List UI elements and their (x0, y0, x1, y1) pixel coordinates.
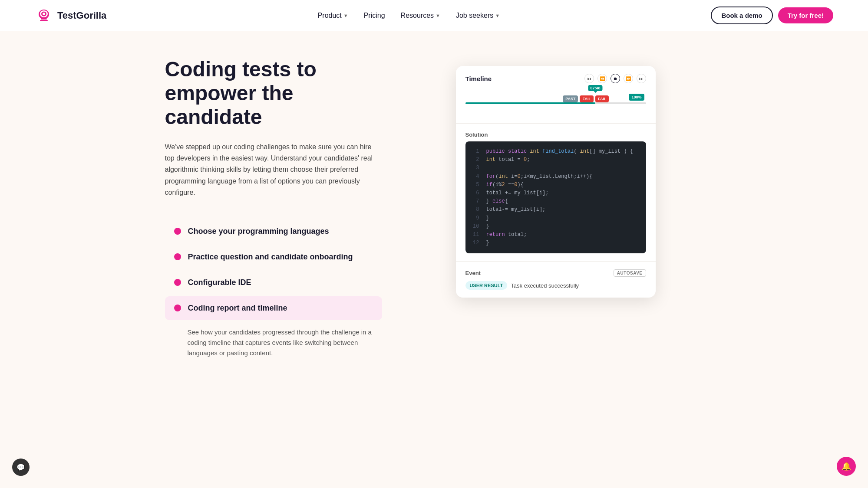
timeline-skip-end-button[interactable]: ⏭ (637, 74, 646, 83)
svg-rect-5 (41, 18, 47, 20)
event-row: Event AUTOSAVE (465, 269, 646, 277)
code-line-11: 11 return total; (472, 231, 639, 239)
hero-description: We've stepped up our coding challenges t… (165, 141, 382, 199)
hero-section: Coding tests to empower the candidate We… (130, 31, 738, 384)
feature-report[interactable]: Coding report and timeline (165, 296, 382, 320)
nav-actions: Book a demo Try for free! (711, 7, 833, 24)
svg-rect-6 (40, 20, 48, 21)
autosave-badge: AUTOSAVE (614, 269, 646, 277)
nav-pricing[interactable]: Pricing (358, 8, 391, 23)
svg-point-4 (43, 13, 45, 15)
book-demo-button[interactable]: Book a demo (711, 7, 772, 24)
feature-dot-practice (174, 253, 181, 260)
nav-product[interactable]: Product ▼ (312, 8, 354, 23)
code-line-12: 12 } (472, 239, 639, 247)
feature-dot-report (174, 305, 181, 311)
feature-ide[interactable]: Configurable IDE (165, 271, 382, 295)
try-free-button[interactable]: Try for free! (778, 7, 833, 23)
feature-detail-report: See how your candidates progressed throu… (165, 322, 382, 367)
event-section: Event AUTOSAVE USER RESULT Task executed… (456, 262, 656, 298)
bell-icon: 🔔 (842, 462, 851, 471)
timeline-controls: ⏮ ⏪ ⏺ ⏩ ⏭ (584, 74, 646, 83)
timeline-label: Timeline (465, 75, 492, 82)
hero-title: Coding tests to empower the candidate (165, 57, 382, 129)
nav-job-seekers[interactable]: Job seekers ▼ (450, 8, 506, 23)
feature-practice[interactable]: Practice question and candidate onboardi… (165, 245, 382, 269)
code-block: 1 public static int find_total( int[] my… (465, 141, 646, 253)
code-line-5: 5 if(i%2 ==0){ (472, 181, 639, 189)
event-success-text: Task executed successfully (511, 282, 579, 289)
code-line-9: 9 } (472, 214, 639, 223)
coding-card: Timeline ⏮ ⏪ ⏺ ⏩ ⏭ 07:48 PAST (456, 66, 656, 298)
features-list: Choose your programming languages Practi… (165, 219, 382, 367)
timeline-progress (465, 102, 596, 104)
timeline-play-button[interactable]: ⏺ (611, 74, 620, 83)
timeline-prev-button[interactable]: ⏪ (597, 74, 607, 83)
code-line-10: 10 } (472, 223, 639, 231)
feature-label-report: Coding report and timeline (188, 304, 287, 313)
feature-label-choose: Choose your programming languages (188, 227, 329, 236)
notification-widget[interactable]: 🔔 (837, 457, 856, 476)
timeline-next-button[interactable]: ⏩ (624, 74, 633, 83)
timeline-skip-start-button[interactable]: ⏮ (584, 74, 594, 83)
resources-chevron-icon: ▼ (436, 13, 440, 18)
feature-choose[interactable]: Choose your programming languages (165, 219, 382, 243)
code-line-8: 8 total-= my_list[i]; (472, 206, 639, 214)
feature-dot-ide (174, 279, 181, 286)
timeline-track[interactable]: 07:48 PAST FAIL FAIL 100% (465, 89, 646, 115)
feature-dot-choose (174, 228, 181, 235)
tag-fail1: FAIL (580, 95, 594, 102)
event-tags: USER RESULT Task executed successfully (465, 281, 646, 290)
logo[interactable]: TestGorilla (35, 7, 106, 25)
navbar: TestGorilla Product ▼ Pricing Resources … (0, 0, 868, 31)
solution-section: Solution 1 public static int find_total(… (456, 124, 656, 262)
timeline-header: Timeline ⏮ ⏪ ⏺ ⏩ ⏭ (465, 74, 646, 83)
nav-resources[interactable]: Resources ▼ (395, 8, 446, 23)
feature-label-ide: Configurable IDE (188, 278, 251, 287)
hero-left: Coding tests to empower the candidate We… (165, 57, 382, 367)
nav-links: Product ▼ Pricing Resources ▼ Job seeker… (312, 8, 506, 23)
tag-100: 100% (629, 94, 644, 101)
job-seekers-chevron-icon: ▼ (495, 13, 500, 18)
user-result-badge: USER RESULT (465, 281, 508, 290)
logo-text: TestGorilla (57, 10, 106, 21)
code-line-1: 1 public static int find_total( int[] my… (472, 147, 639, 156)
tag-fail2: FAIL (595, 95, 609, 102)
tag-past: PAST (563, 95, 578, 102)
hero-right: Timeline ⏮ ⏪ ⏺ ⏩ ⏭ 07:48 PAST (408, 57, 703, 367)
timeline-thumb: 07:48 (588, 85, 603, 91)
code-line-7: 7 } else{ (472, 197, 639, 206)
product-chevron-icon: ▼ (343, 13, 348, 18)
chat-widget[interactable]: 💬 (12, 459, 30, 476)
code-line-6: 6 total += my_list[i]; (472, 189, 639, 197)
solution-label: Solution (465, 131, 646, 138)
event-title: Event (465, 270, 481, 276)
timeline-bar (465, 102, 646, 104)
feature-label-practice: Practice question and candidate onboardi… (188, 252, 353, 262)
code-line-3: 3 (472, 164, 639, 172)
code-line-2: 2 int total = 0; (472, 156, 639, 164)
timeline-tags: PAST FAIL FAIL (563, 95, 609, 102)
code-line-4: 4 for(int i=0;i<my_list.Length;i++){ (472, 173, 639, 181)
chat-icon: 💬 (17, 463, 25, 472)
timeline-section: Timeline ⏮ ⏪ ⏺ ⏩ ⏭ 07:48 PAST (456, 66, 656, 124)
